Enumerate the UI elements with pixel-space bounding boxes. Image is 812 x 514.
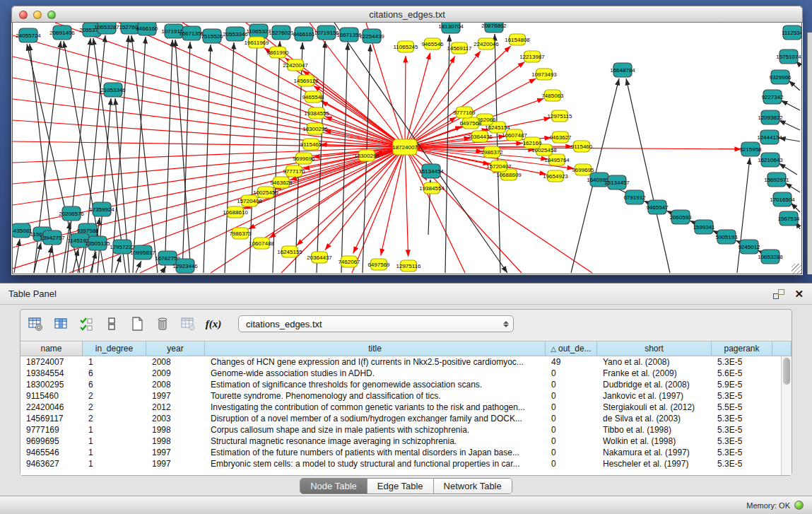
table-row[interactable]: 977716911998Corpus callosum shape and si… xyxy=(20,424,781,436)
table-cell[interactable]: 2 xyxy=(83,390,146,402)
table-cell[interactable]: Estimation of significance thresholds fo… xyxy=(205,379,546,390)
citation-edge-black[interactable] xyxy=(90,252,96,273)
graph-node[interactable]: 16154808 xyxy=(505,34,530,45)
graph-node[interactable]: 6497568 xyxy=(459,117,482,129)
tab-network-table[interactable]: Network Table xyxy=(434,479,512,493)
graph-node[interactable]: 7986372 xyxy=(481,146,503,158)
column-checklist-icon[interactable] xyxy=(77,315,95,333)
graph-node[interactable]: 7515526 xyxy=(201,29,223,43)
citation-edge-black[interactable] xyxy=(225,42,234,273)
graph-node[interactable]: 9245012 xyxy=(738,240,760,254)
citation-edge-black[interactable] xyxy=(161,267,166,273)
table-row[interactable]: 946554611997Estimation of the future num… xyxy=(20,447,781,458)
graph-node[interactable]: 9329966 xyxy=(769,70,792,84)
graph-node[interactable]: 20206576 xyxy=(59,206,84,221)
table-cell[interactable]: 5.3E-5 xyxy=(712,424,772,436)
graph-node[interactable]: 16210643 xyxy=(758,153,783,167)
graph-node[interactable]: 12975115 xyxy=(548,110,573,122)
citation-edge-red[interactable] xyxy=(13,147,405,163)
table-row[interactable]: 1872400712008Changes of HCN gene express… xyxy=(20,356,781,368)
citation-edge-black[interactable] xyxy=(781,100,800,110)
table-cell[interactable]: 5.3E-5 xyxy=(712,413,772,424)
graph-node[interactable]: 9777170 xyxy=(283,165,305,177)
network-view-window[interactable]: citations_edges.txt 24055724206914062055… xyxy=(11,6,803,275)
table-cell[interactable]: Tibbo et al. (1998) xyxy=(597,424,712,436)
table-cell[interactable]: 19384554 xyxy=(20,368,83,379)
table-cell[interactable]: Wolkin et al. (1998) xyxy=(597,436,712,447)
table-cell[interactable]: Nakamura et al. (1997) xyxy=(597,447,712,458)
graph-node[interactable]: 162160 xyxy=(523,137,542,148)
table-cell[interactable]: 1 xyxy=(83,424,146,436)
table-cell[interactable]: Stergiakouli et al. (2012) xyxy=(597,402,712,413)
graph-node[interactable]: 7986373 xyxy=(229,228,252,239)
table-cell[interactable]: 2 xyxy=(83,413,146,424)
table-row[interactable]: 1456911722003Disruption of a novel membe… xyxy=(20,413,781,424)
column-header-name[interactable]: name xyxy=(20,341,83,356)
table-cell[interactable]: 1 xyxy=(83,447,146,458)
table-cell[interactable]: 1997 xyxy=(146,447,205,458)
citation-edge-black[interactable] xyxy=(131,35,158,273)
citation-edge-red[interactable] xyxy=(13,147,405,205)
table-cell[interactable]: 2012 xyxy=(146,402,205,413)
graph-node[interactable]: 16671356 xyxy=(336,28,362,42)
graph-node[interactable]: 6497569 xyxy=(367,259,390,270)
graph-node[interactable]: 7462067 xyxy=(338,256,360,267)
table-row[interactable]: 911546021997Tourette syndrome. Phenomeno… xyxy=(20,390,781,402)
table-cell[interactable]: Structural magnetic resonance image aver… xyxy=(205,436,546,447)
table-cell[interactable]: Genome-wide association studies in ADHD. xyxy=(205,368,546,379)
citation-edge-red[interactable] xyxy=(297,147,405,245)
table-cell[interactable]: 1998 xyxy=(146,424,205,436)
graph-node[interactable]: 2060593 xyxy=(669,210,692,224)
graph-node[interactable]: 7485063 xyxy=(541,90,564,101)
table-cell[interactable]: Corpus callosum shape and size in male p… xyxy=(205,424,546,436)
graph-node[interactable]: 11065245 xyxy=(394,41,419,52)
column-header-title[interactable]: title xyxy=(205,341,546,356)
graph-node[interactable]: 6791912 xyxy=(623,190,646,204)
table-selector-dropdown[interactable]: citations_edges.txt xyxy=(238,315,514,332)
graph-node[interactable]: 13942757 xyxy=(40,230,65,245)
function-builder-icon[interactable]: f(x) xyxy=(204,315,223,333)
citation-edge-black[interactable] xyxy=(789,81,800,90)
table-cell[interactable]: Disruption of a novel member of a sodium… xyxy=(205,413,546,424)
table-cell[interactable]: 6 xyxy=(83,379,146,390)
citation-edge-red[interactable] xyxy=(405,56,406,147)
table-cell[interactable]: 0 xyxy=(546,368,597,379)
column-header-year[interactable]: year xyxy=(146,341,205,356)
column-header-short[interactable]: short xyxy=(597,341,712,356)
graph-node[interactable]: 16245155 xyxy=(277,246,302,257)
graph-node[interactable]: 8466161 xyxy=(293,27,315,41)
table-cell[interactable]: 5.6E-5 xyxy=(712,368,772,379)
table-cell[interactable]: Hescheler et al. (1997) xyxy=(597,458,712,469)
citation-edge-black[interactable] xyxy=(136,261,141,273)
graph-node[interactable]: 1599341 xyxy=(693,220,715,234)
graph-node[interactable]: 17016504 xyxy=(770,192,795,206)
table-cell[interactable]: 18724007 xyxy=(20,356,83,368)
table-cell[interactable]: 5.3E-5 xyxy=(712,447,772,458)
close-panel-icon[interactable]: ✕ xyxy=(794,289,804,299)
table-cell[interactable]: 1997 xyxy=(146,458,205,469)
graph-node[interactable]: 20876862 xyxy=(481,23,507,33)
graph-node[interactable]: 1567534 xyxy=(777,211,800,226)
table-cell[interactable]: Jankovic et al. (1997) xyxy=(597,390,712,402)
table-cell[interactable]: 2008 xyxy=(146,356,205,368)
table-cell[interactable]: 5.9E-5 xyxy=(712,379,772,390)
citation-edge-red[interactable] xyxy=(405,53,430,147)
graph-node[interactable]: 12213987 xyxy=(519,51,545,62)
delete-column-icon[interactable] xyxy=(153,315,172,333)
tab-node-table[interactable]: Node Table xyxy=(300,479,367,493)
table-cell[interactable]: 1 xyxy=(83,356,146,368)
table-cell[interactable]: 9463627 xyxy=(20,458,83,469)
graph-node[interactable]: 15276021 xyxy=(269,25,294,40)
citation-edge-red[interactable] xyxy=(13,141,405,147)
graph-node[interactable]: 9463628 xyxy=(270,177,293,188)
graph-node[interactable]: 13505135 xyxy=(85,236,110,250)
graph-node[interactable]: 20364437 xyxy=(307,252,332,263)
citation-edge-black[interactable] xyxy=(273,41,280,273)
citation-edge-red[interactable] xyxy=(352,147,405,273)
citation-edge-black[interactable] xyxy=(133,37,146,273)
graph-node[interactable]: 9861990 xyxy=(266,47,289,58)
graph-node[interactable]: 12254439 xyxy=(359,29,384,43)
table-cell[interactable]: 0 xyxy=(546,424,597,436)
citation-edge-black[interactable] xyxy=(785,183,800,192)
graph-node[interactable]: 11065327 xyxy=(247,24,272,38)
